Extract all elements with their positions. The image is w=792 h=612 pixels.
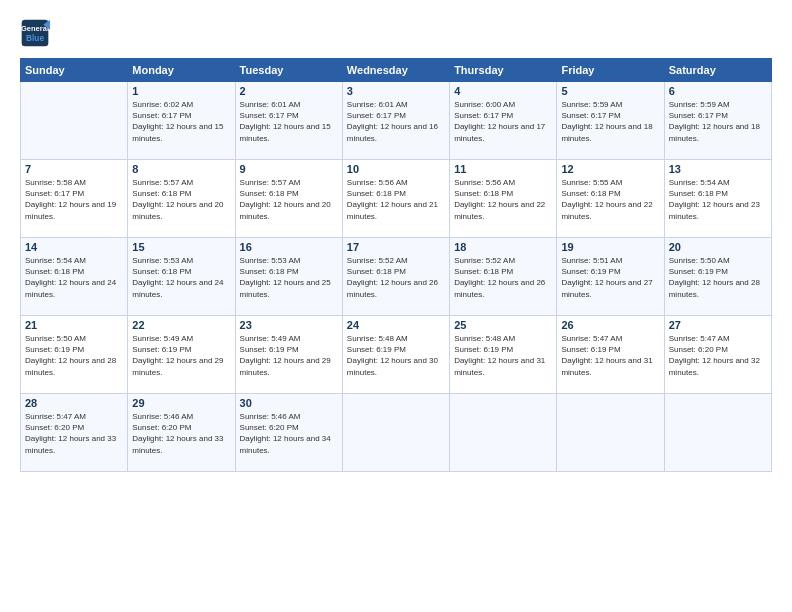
day-number: 15 (132, 241, 230, 253)
day-number: 23 (240, 319, 338, 331)
calendar-week-row: 21Sunrise: 5:50 AMSunset: 6:19 PMDayligh… (21, 316, 772, 394)
calendar-cell: 25Sunrise: 5:48 AMSunset: 6:19 PMDayligh… (450, 316, 557, 394)
cell-info: Sunrise: 6:00 AMSunset: 6:17 PMDaylight:… (454, 100, 545, 143)
day-number: 3 (347, 85, 445, 97)
weekday-header-thursday: Thursday (450, 59, 557, 82)
cell-info: Sunrise: 5:56 AMSunset: 6:18 PMDaylight:… (454, 178, 545, 221)
day-number: 4 (454, 85, 552, 97)
cell-info: Sunrise: 5:52 AMSunset: 6:18 PMDaylight:… (454, 256, 545, 299)
calendar-cell: 18Sunrise: 5:52 AMSunset: 6:18 PMDayligh… (450, 238, 557, 316)
day-number: 7 (25, 163, 123, 175)
day-number: 29 (132, 397, 230, 409)
cell-info: Sunrise: 5:50 AMSunset: 6:19 PMDaylight:… (669, 256, 760, 299)
weekday-header-tuesday: Tuesday (235, 59, 342, 82)
calendar-cell: 28Sunrise: 5:47 AMSunset: 6:20 PMDayligh… (21, 394, 128, 472)
calendar-cell (664, 394, 771, 472)
calendar-cell: 12Sunrise: 5:55 AMSunset: 6:18 PMDayligh… (557, 160, 664, 238)
calendar-cell: 3Sunrise: 6:01 AMSunset: 6:17 PMDaylight… (342, 82, 449, 160)
cell-info: Sunrise: 5:53 AMSunset: 6:18 PMDaylight:… (132, 256, 223, 299)
calendar-cell: 13Sunrise: 5:54 AMSunset: 6:18 PMDayligh… (664, 160, 771, 238)
day-number: 6 (669, 85, 767, 97)
day-number: 19 (561, 241, 659, 253)
calendar-cell: 15Sunrise: 5:53 AMSunset: 6:18 PMDayligh… (128, 238, 235, 316)
day-number: 16 (240, 241, 338, 253)
calendar-cell: 5Sunrise: 5:59 AMSunset: 6:17 PMDaylight… (557, 82, 664, 160)
calendar-table: SundayMondayTuesdayWednesdayThursdayFrid… (20, 58, 772, 472)
cell-info: Sunrise: 5:54 AMSunset: 6:18 PMDaylight:… (25, 256, 116, 299)
calendar-cell: 29Sunrise: 5:46 AMSunset: 6:20 PMDayligh… (128, 394, 235, 472)
calendar-cell: 30Sunrise: 5:46 AMSunset: 6:20 PMDayligh… (235, 394, 342, 472)
calendar-week-row: 14Sunrise: 5:54 AMSunset: 6:18 PMDayligh… (21, 238, 772, 316)
calendar-cell: 24Sunrise: 5:48 AMSunset: 6:19 PMDayligh… (342, 316, 449, 394)
cell-info: Sunrise: 5:59 AMSunset: 6:17 PMDaylight:… (669, 100, 760, 143)
day-number: 5 (561, 85, 659, 97)
day-number: 9 (240, 163, 338, 175)
day-number: 28 (25, 397, 123, 409)
cell-info: Sunrise: 5:57 AMSunset: 6:18 PMDaylight:… (240, 178, 331, 221)
weekday-header-wednesday: Wednesday (342, 59, 449, 82)
weekday-header-saturday: Saturday (664, 59, 771, 82)
cell-info: Sunrise: 5:47 AMSunset: 6:20 PMDaylight:… (25, 412, 116, 455)
svg-text:Blue: Blue (26, 33, 44, 43)
cell-info: Sunrise: 5:58 AMSunset: 6:17 PMDaylight:… (25, 178, 116, 221)
day-number: 10 (347, 163, 445, 175)
weekday-header-row: SundayMondayTuesdayWednesdayThursdayFrid… (21, 59, 772, 82)
calendar-cell: 20Sunrise: 5:50 AMSunset: 6:19 PMDayligh… (664, 238, 771, 316)
calendar-week-row: 7Sunrise: 5:58 AMSunset: 6:17 PMDaylight… (21, 160, 772, 238)
day-number: 2 (240, 85, 338, 97)
day-number: 26 (561, 319, 659, 331)
calendar-cell (557, 394, 664, 472)
day-number: 13 (669, 163, 767, 175)
page-header: General Blue (20, 18, 772, 48)
day-number: 21 (25, 319, 123, 331)
logo-icon: General Blue (20, 18, 50, 48)
day-number: 20 (669, 241, 767, 253)
cell-info: Sunrise: 5:48 AMSunset: 6:19 PMDaylight:… (454, 334, 545, 377)
cell-info: Sunrise: 5:47 AMSunset: 6:19 PMDaylight:… (561, 334, 652, 377)
cell-info: Sunrise: 5:56 AMSunset: 6:18 PMDaylight:… (347, 178, 438, 221)
day-number: 25 (454, 319, 552, 331)
logo: General Blue (20, 18, 50, 48)
calendar-cell: 23Sunrise: 5:49 AMSunset: 6:19 PMDayligh… (235, 316, 342, 394)
calendar-cell: 21Sunrise: 5:50 AMSunset: 6:19 PMDayligh… (21, 316, 128, 394)
cell-info: Sunrise: 5:50 AMSunset: 6:19 PMDaylight:… (25, 334, 116, 377)
weekday-header-sunday: Sunday (21, 59, 128, 82)
calendar-cell: 26Sunrise: 5:47 AMSunset: 6:19 PMDayligh… (557, 316, 664, 394)
calendar-cell: 1Sunrise: 6:02 AMSunset: 6:17 PMDaylight… (128, 82, 235, 160)
calendar-cell: 2Sunrise: 6:01 AMSunset: 6:17 PMDaylight… (235, 82, 342, 160)
cell-info: Sunrise: 5:59 AMSunset: 6:17 PMDaylight:… (561, 100, 652, 143)
calendar-week-row: 28Sunrise: 5:47 AMSunset: 6:20 PMDayligh… (21, 394, 772, 472)
calendar-cell: 17Sunrise: 5:52 AMSunset: 6:18 PMDayligh… (342, 238, 449, 316)
calendar-cell: 27Sunrise: 5:47 AMSunset: 6:20 PMDayligh… (664, 316, 771, 394)
weekday-header-friday: Friday (557, 59, 664, 82)
cell-info: Sunrise: 6:02 AMSunset: 6:17 PMDaylight:… (132, 100, 223, 143)
cell-info: Sunrise: 5:52 AMSunset: 6:18 PMDaylight:… (347, 256, 438, 299)
calendar-cell: 6Sunrise: 5:59 AMSunset: 6:17 PMDaylight… (664, 82, 771, 160)
day-number: 1 (132, 85, 230, 97)
calendar-cell: 14Sunrise: 5:54 AMSunset: 6:18 PMDayligh… (21, 238, 128, 316)
cell-info: Sunrise: 6:01 AMSunset: 6:17 PMDaylight:… (240, 100, 331, 143)
cell-info: Sunrise: 5:57 AMSunset: 6:18 PMDaylight:… (132, 178, 223, 221)
cell-info: Sunrise: 5:53 AMSunset: 6:18 PMDaylight:… (240, 256, 331, 299)
cell-info: Sunrise: 5:49 AMSunset: 6:19 PMDaylight:… (132, 334, 223, 377)
calendar-cell: 7Sunrise: 5:58 AMSunset: 6:17 PMDaylight… (21, 160, 128, 238)
cell-info: Sunrise: 5:46 AMSunset: 6:20 PMDaylight:… (132, 412, 223, 455)
calendar-page: General Blue SundayMondayTuesdayWednesda… (0, 0, 792, 612)
day-number: 14 (25, 241, 123, 253)
day-number: 8 (132, 163, 230, 175)
cell-info: Sunrise: 5:54 AMSunset: 6:18 PMDaylight:… (669, 178, 760, 221)
day-number: 27 (669, 319, 767, 331)
day-number: 17 (347, 241, 445, 253)
cell-info: Sunrise: 5:46 AMSunset: 6:20 PMDaylight:… (240, 412, 331, 455)
day-number: 12 (561, 163, 659, 175)
day-number: 30 (240, 397, 338, 409)
cell-info: Sunrise: 5:51 AMSunset: 6:19 PMDaylight:… (561, 256, 652, 299)
calendar-cell: 4Sunrise: 6:00 AMSunset: 6:17 PMDaylight… (450, 82, 557, 160)
day-number: 22 (132, 319, 230, 331)
calendar-cell: 10Sunrise: 5:56 AMSunset: 6:18 PMDayligh… (342, 160, 449, 238)
calendar-cell: 9Sunrise: 5:57 AMSunset: 6:18 PMDaylight… (235, 160, 342, 238)
calendar-week-row: 1Sunrise: 6:02 AMSunset: 6:17 PMDaylight… (21, 82, 772, 160)
day-number: 18 (454, 241, 552, 253)
day-number: 24 (347, 319, 445, 331)
cell-info: Sunrise: 5:55 AMSunset: 6:18 PMDaylight:… (561, 178, 652, 221)
